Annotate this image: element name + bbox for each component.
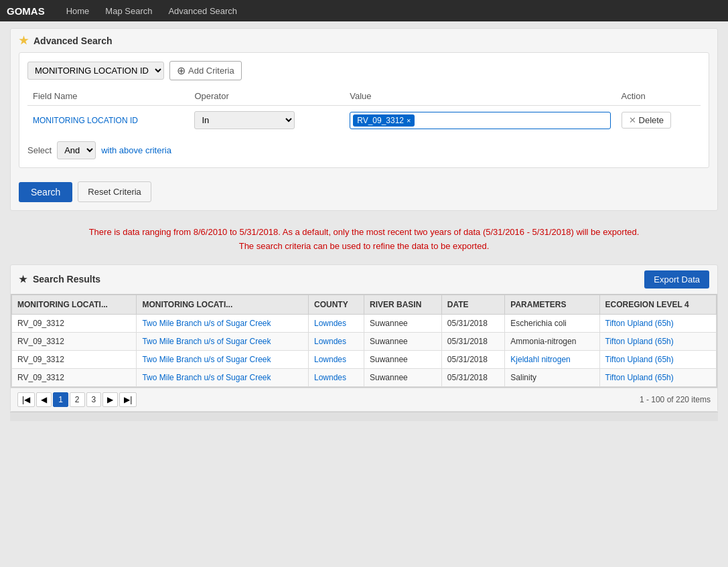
- table-cell: Ammonia-nitrogen: [505, 332, 599, 350]
- results-col-3: RIVER BASIN: [364, 295, 442, 314]
- first-page-button[interactable]: |◀: [17, 392, 35, 407]
- table-cell: Kjeldahl nitrogen: [505, 350, 599, 368]
- results-table: MONITORING LOCATI... MONITORING LOCATI..…: [11, 295, 717, 387]
- table-cell: Suwannee: [364, 368, 442, 386]
- x-icon: ✕: [629, 115, 636, 125]
- main-content: ★ Advanced Search MONITORING LOCATION ID…: [0, 21, 728, 428]
- advanced-search-panel: ★ Advanced Search MONITORING LOCATION ID…: [10, 28, 718, 211]
- table-cell: 05/31/2018: [441, 350, 505, 368]
- tag-text: RV_09_3312: [357, 116, 404, 125]
- table-row: RV_09_3312Two Mile Branch u/s of Sugar C…: [12, 350, 717, 368]
- page-2-button[interactable]: 2: [70, 392, 85, 407]
- table-cell: Salinity: [505, 368, 599, 386]
- table-cell: RV_09_3312: [12, 368, 137, 386]
- notice-line2: The search criteria can be used to refin…: [10, 240, 718, 254]
- table-cell: 05/31/2018: [441, 314, 505, 332]
- cell-link[interactable]: Tifton Upland (65h): [605, 337, 674, 346]
- results-col-0: MONITORING LOCATI...: [12, 295, 137, 314]
- logic-select[interactable]: And Or: [57, 141, 96, 159]
- table-cell: Lowndes: [308, 314, 364, 332]
- select-label: Select: [27, 145, 52, 155]
- with-above-label: with above criteria: [101, 145, 171, 155]
- search-results-panel: ★ Search Results Export Data MONITORING …: [10, 264, 718, 412]
- cell-link[interactable]: Tifton Upland (65h): [605, 373, 674, 382]
- value-input[interactable]: [417, 115, 607, 125]
- search-button[interactable]: Search: [19, 182, 72, 202]
- results-col-4: DATE: [441, 295, 505, 314]
- value-tag: RV_09_3312 ×: [353, 114, 415, 127]
- table-cell: Two Mile Branch u/s of Sugar Creek: [137, 332, 309, 350]
- cell-link[interactable]: Kjeldahl nitrogen: [510, 355, 570, 364]
- table-cell: Two Mile Branch u/s of Sugar Creek: [137, 368, 309, 386]
- action-buttons: Search Reset Criteria: [11, 176, 717, 210]
- cell-link[interactable]: Tifton Upland (65h): [605, 355, 674, 364]
- table-cell: Suwannee: [364, 314, 442, 332]
- add-criteria-label: Add Criteria: [188, 66, 234, 76]
- export-data-button[interactable]: Export Data: [644, 270, 709, 289]
- pagination-controls: |◀ ◀ 1 2 3 ▶ ▶|: [17, 392, 137, 407]
- table-cell: Lowndes: [308, 332, 364, 350]
- next-page-button[interactable]: ▶: [102, 392, 118, 407]
- plus-icon: ⊕: [177, 64, 186, 77]
- table-cell: Tifton Upland (65h): [599, 350, 716, 368]
- delete-label: Delete: [639, 115, 664, 125]
- cell-link[interactable]: Lowndes: [314, 337, 346, 346]
- results-table-container[interactable]: MONITORING LOCATI... MONITORING LOCATI..…: [11, 294, 717, 388]
- col-action: Action: [616, 87, 701, 106]
- table-row: RV_09_3312Two Mile Branch u/s of Sugar C…: [12, 368, 717, 386]
- table-cell: Lowndes: [308, 368, 364, 386]
- table-cell: Two Mile Branch u/s of Sugar Creek: [137, 314, 309, 332]
- cell-link[interactable]: Tifton Upland (65h): [605, 319, 674, 328]
- table-cell: Tifton Upland (65h): [599, 332, 716, 350]
- table-cell: 05/31/2018: [441, 368, 505, 386]
- criteria-table: Field Name Operator Value Action MONITOR…: [27, 87, 701, 135]
- notice-line1: There is data ranging from 8/6/2010 to 5…: [10, 226, 718, 240]
- results-title: ★ Search Results: [19, 274, 100, 285]
- table-cell: Tifton Upland (65h): [599, 368, 716, 386]
- value-container: RV_09_3312 ×: [350, 112, 610, 129]
- table-cell: RV_09_3312: [12, 314, 137, 332]
- cell-link[interactable]: Two Mile Branch u/s of Sugar Creek: [142, 355, 271, 364]
- results-header: ★ Search Results Export Data: [11, 265, 717, 294]
- advanced-search-title: Advanced Search: [33, 35, 113, 46]
- table-cell: Escherichia coli: [505, 314, 599, 332]
- navbar: GOMAS Home Map Search Advanced Search: [0, 0, 728, 21]
- nav-home[interactable]: Home: [64, 2, 92, 20]
- table-cell: Two Mile Branch u/s of Sugar Creek: [137, 350, 309, 368]
- advanced-search-header: ★ Advanced Search: [11, 29, 717, 52]
- prev-page-button[interactable]: ◀: [36, 392, 52, 407]
- results-col-2: COUNTY: [308, 295, 364, 314]
- nav-map-search[interactable]: Map Search: [102, 2, 155, 20]
- cell-link[interactable]: Lowndes: [314, 355, 346, 364]
- results-col-5: PARAMETERS: [505, 295, 599, 314]
- cell-link[interactable]: Two Mile Branch u/s of Sugar Creek: [142, 319, 271, 328]
- criteria-row-0: MONITORING LOCATION ID In Equals Not In: [27, 106, 701, 135]
- operator-select[interactable]: In Equals Not In: [194, 111, 295, 129]
- cell-link[interactable]: Two Mile Branch u/s of Sugar Creek: [142, 337, 271, 346]
- page-1-button[interactable]: 1: [53, 392, 68, 407]
- notice-area: There is data ranging from 8/6/2010 to 5…: [10, 219, 718, 260]
- brand-logo: GOMAS: [7, 5, 45, 17]
- results-col-1: MONITORING LOCATI...: [137, 295, 309, 314]
- field-name-select[interactable]: MONITORING LOCATION ID COUNTY RIVER BASI…: [27, 62, 164, 80]
- last-page-button[interactable]: ▶|: [119, 392, 137, 407]
- page-3-button[interactable]: 3: [86, 392, 102, 407]
- tag-close-icon[interactable]: ×: [407, 116, 411, 125]
- cell-link[interactable]: Two Mile Branch u/s of Sugar Creek: [142, 373, 271, 382]
- pagination-bar: |◀ ◀ 1 2 3 ▶ ▶| 1 - 100 of 220 items: [11, 388, 717, 411]
- bottom-scrollbar[interactable]: [10, 412, 718, 421]
- table-cell: Suwannee: [364, 350, 442, 368]
- results-star-icon: ★: [19, 274, 27, 285]
- add-criteria-button[interactable]: ⊕ Add Criteria: [169, 61, 242, 80]
- table-row: RV_09_3312Two Mile Branch u/s of Sugar C…: [12, 332, 717, 350]
- delete-button[interactable]: ✕ Delete: [622, 112, 672, 129]
- results-col-6: ECOREGION LEVEL 4: [599, 295, 716, 314]
- criteria-selector-row: MONITORING LOCATION ID COUNTY RIVER BASI…: [27, 61, 701, 80]
- table-cell: RV_09_3312: [12, 332, 137, 350]
- nav-advanced-search[interactable]: Advanced Search: [165, 2, 240, 20]
- field-name-link[interactable]: MONITORING LOCATION ID: [33, 116, 138, 125]
- table-cell: Lowndes: [308, 350, 364, 368]
- reset-criteria-button[interactable]: Reset Criteria: [78, 181, 151, 202]
- cell-link[interactable]: Lowndes: [314, 319, 346, 328]
- cell-link[interactable]: Lowndes: [314, 373, 346, 382]
